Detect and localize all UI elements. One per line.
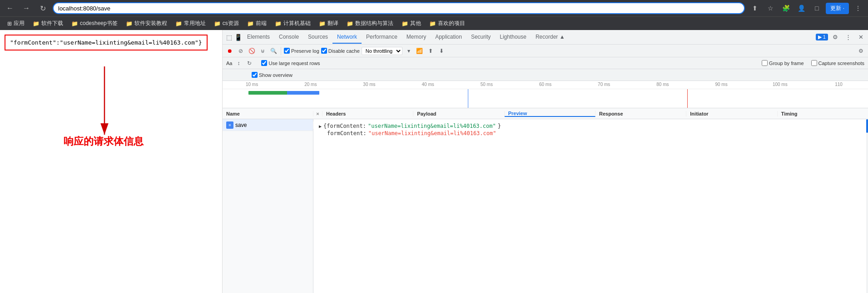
devtools-badge: ▶ 1 [816,34,828,40]
large-rows-input[interactable] [261,60,267,66]
tab-performance[interactable]: Performance [362,31,402,44]
header-headers[interactable]: Headers [322,111,413,116]
network-settings-icon[interactable]: ⚙ [856,46,865,56]
forward-button[interactable]: → [20,2,33,15]
bookmark-label: 数据结构与算法 [355,20,393,27]
timeline-100ms: 100 ms [751,82,809,89]
devtools-close-icon[interactable]: ✕ [855,32,866,43]
search-icon[interactable]: 🔍 [269,46,278,56]
bookmark-software-download[interactable]: 📁 软件下载 [29,19,67,28]
preserve-log-checkbox[interactable]: Preserve log [284,48,319,54]
header-preview[interactable]: Preview [505,111,595,117]
bookmark-cs-basics[interactable]: 📁 计算机基础 [271,19,314,28]
bookmark-label: 常用地址 [184,20,206,27]
timeline-30ms: 30 ms [340,82,398,89]
profile-icon[interactable]: 👤 [795,2,808,15]
devtools-tab-bar: ⬚ 📱 Elements Console Sources Network Per… [223,30,868,45]
response-line-1: ▶ {formContent: "userName=lixinting&emai… [319,123,863,129]
bookmark-others[interactable]: 📁 其他 [398,19,425,28]
row-name-text: save [235,122,247,128]
filter-icon[interactable]: ⊎ [258,46,267,56]
header-timing[interactable]: Timing [778,111,868,116]
tab-application[interactable]: Application [431,31,466,44]
devtools-more-icon[interactable]: ⋮ [843,32,853,43]
bookmark-translate[interactable]: 📁 翻译 [315,19,342,28]
response-content: ▶ {formContent: "userName=lixinting&emai… [313,119,868,141]
refresh-button[interactable]: ↻ [36,2,49,15]
scrollbar[interactable] [866,119,868,293]
network-toolbar: ⏺ ⊘ 🚫 ⊎ 🔍 Preserve log Disable cache No … [223,45,868,57]
header-initiator[interactable]: Initiator [686,111,777,116]
tab-security[interactable]: Security [466,31,495,44]
import-icon[interactable]: ⬆ [426,46,435,56]
show-overview-input[interactable] [252,72,258,78]
table-row[interactable]: ≡ save [223,119,313,131]
tab-network[interactable]: Network [332,31,362,44]
bookmark-label: 应用 [14,20,25,27]
tab-sources[interactable]: Sources [303,31,332,44]
stop-record-button[interactable]: ⊘ [236,46,245,56]
devtools-device-icon[interactable]: 📱 [233,33,243,42]
tab-elements[interactable]: Elements [243,31,274,44]
bookmark-cs-resources[interactable]: 📁 cs资源 [210,19,243,28]
capture-screenshots-checkbox[interactable]: Capture screenshots [811,60,865,66]
back-button[interactable]: ← [4,2,16,15]
font-small-label: Aa [226,61,232,66]
tab-lighthouse[interactable]: Lighthouse [495,31,531,44]
tab-console[interactable]: Console [274,31,303,44]
large-rows-checkbox[interactable]: Use large request rows [261,60,320,66]
devtools-inspect-icon[interactable]: ⬚ [224,33,233,42]
group-by-frame-input[interactable] [762,60,768,66]
header-payload[interactable]: Payload [413,111,504,116]
network-table: Name × Headers Payload Preview Response … [223,108,868,293]
group-by-frame-checkbox[interactable]: Group by frame [762,60,804,66]
bookmark-frontend[interactable]: 📁 前端 [243,19,270,28]
bookmark-install-tutorial[interactable]: 📁 软件安装教程 [122,19,171,28]
bookmark-icon[interactable]: ☆ [764,2,777,15]
show-overview-bar: Show overview [223,69,868,81]
address-bar[interactable]: localhost:8080/save [53,2,745,14]
network-conditions-icon[interactable]: 📶 [415,46,424,56]
export-icon[interactable]: ⬇ [437,46,446,56]
devtools-settings-icon[interactable]: ⚙ [830,32,841,43]
capture-screenshots-input[interactable] [811,60,817,66]
menu-icon[interactable]: ⋮ [852,2,864,15]
response-value-2: "userName=lixinting&email=li%40163.com" [368,130,496,136]
tab-memory[interactable]: Memory [402,31,431,44]
header-response[interactable]: Response [595,111,686,116]
tab-recorder[interactable]: Recorder ▲ [531,31,570,44]
header-name: Name [223,111,313,116]
extension-icon[interactable]: 🧩 [779,2,792,15]
preserve-log-input[interactable] [284,48,290,54]
bookmark-data-structures[interactable]: 📁 数据结构与算法 [343,19,397,28]
response-line-2: formContent: "userName=lixinting&email=l… [319,130,863,136]
bookmark-label: 计算机基础 [283,20,311,27]
clear-button[interactable]: 🚫 [247,46,256,56]
font-toggle-icon[interactable]: ↕ [234,59,243,68]
bookmark-label: 翻译 [327,20,338,27]
record-button[interactable]: ⏺ [225,46,234,56]
bookmark-common-address[interactable]: 📁 常用地址 [172,19,209,28]
header-close[interactable]: × [313,111,322,116]
refresh-override-icon[interactable]: ↻ [245,59,254,68]
bookmarks-bar: ⊞ 应用 📁 软件下载 📁 codesheep书签 📁 软件安装教程 📁 常用地… [0,16,868,30]
response-code-box: "formContent":"userName=lixinting&email=… [5,35,208,51]
update-button[interactable]: 更新 · [826,3,849,14]
bookmark-label: 前端 [256,20,267,27]
bookmark-label: codesheep书签 [80,20,118,27]
timeline-80ms: 80 ms [633,82,692,89]
throttle-dropdown-icon[interactable]: ▾ [404,46,413,56]
bookmark-favorites[interactable]: 📁 喜欢的项目 [426,19,469,28]
bookmark-apps[interactable]: ⊞ 应用 [4,19,28,28]
show-overview-checkbox[interactable]: Show overview [252,72,293,78]
throttle-select[interactable]: No throttling Fast 3G Slow 3G Offline [362,47,402,55]
disable-cache-input[interactable] [321,48,327,54]
browser-chrome: ← → ↻ localhost:8080/save ⬆ ☆ 🧩 👤 □ 更新 ·… [0,0,868,30]
bookmark-codesheep[interactable]: 📁 codesheep书签 [68,19,121,28]
timeline-10ms: 10 ms [223,82,281,89]
share-icon[interactable]: ⬆ [749,2,761,15]
maximize-icon[interactable]: □ [810,2,823,15]
expand-arrow[interactable]: ▶ [319,124,322,129]
disable-cache-checkbox[interactable]: Disable cache [321,48,360,54]
bookmark-label: 软件安装教程 [134,20,167,27]
